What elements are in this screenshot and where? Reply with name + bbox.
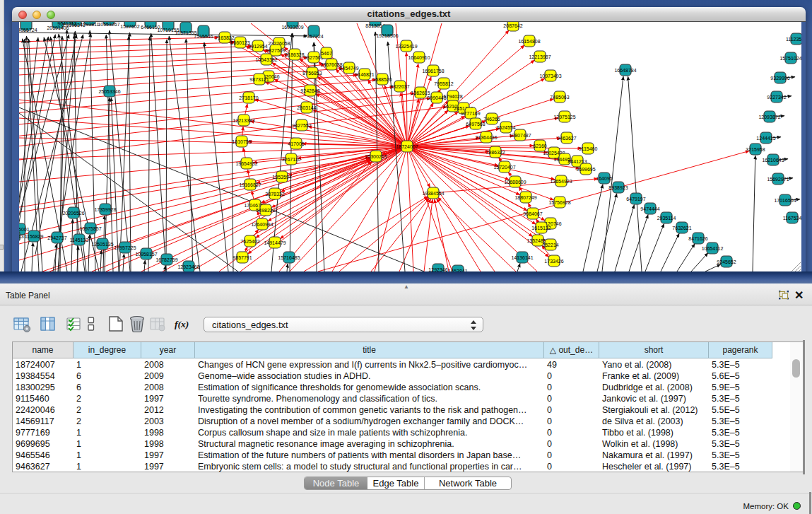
svg-text:10975857: 10975857: [79, 226, 101, 231]
svg-text:62160: 62160: [533, 144, 547, 148]
svg-text:7485063: 7485063: [550, 95, 569, 100]
svg-text:7632621: 7632621: [672, 226, 691, 230]
svg-text:9245652: 9245652: [717, 259, 736, 264]
svg-text:2942737: 2942737: [47, 235, 66, 240]
svg-text:1393811: 1393811: [81, 22, 100, 27]
svg-text:12975125: 12975125: [553, 115, 575, 119]
svg-text:746266: 746266: [483, 117, 500, 122]
svg-text:15751024: 15751024: [779, 56, 801, 61]
svg-text:12505135: 12505135: [91, 242, 113, 247]
svg-text:9427552: 9427552: [292, 123, 311, 128]
svg-text:252214: 252214: [542, 243, 558, 247]
svg-text:16648784: 16648784: [614, 68, 636, 73]
svg-text:10688609: 10688609: [504, 180, 526, 185]
svg-text:9329996: 9329996: [770, 76, 789, 81]
svg-text:9115460: 9115460: [579, 146, 598, 151]
svg-text:12640994: 12640994: [251, 222, 273, 227]
svg-text:3878332: 3878332: [265, 192, 284, 197]
svg-text:17016504: 17016504: [774, 198, 796, 203]
svg-text:13325419: 13325419: [395, 44, 417, 49]
svg-text:8938923: 8938923: [608, 185, 628, 190]
svg-text:2718170: 2718170: [239, 95, 258, 100]
svg-text:2803144: 2803144: [297, 105, 316, 110]
svg-text:14914479: 14914479: [264, 240, 286, 245]
svg-text:25053346: 25053346: [98, 89, 120, 94]
svg-text:9474444: 9474444: [640, 206, 659, 211]
svg-text:10807487: 10807487: [509, 133, 531, 138]
svg-text:12923468: 12923468: [177, 264, 199, 269]
svg-text:8186328: 8186328: [285, 52, 304, 57]
svg-text:9827509: 9827509: [266, 48, 285, 53]
svg-text:3912954: 3912954: [248, 44, 267, 49]
svg-text:5467: 5467: [321, 51, 332, 56]
svg-text:21364436: 21364436: [475, 135, 497, 140]
svg-text:16210643: 16210643: [762, 158, 784, 163]
svg-text:9146821: 9146821: [355, 72, 374, 77]
svg-text:9242848: 9242848: [300, 88, 319, 93]
svg-text:15720407: 15720407: [493, 165, 515, 170]
svg-text:6479197: 6479197: [626, 197, 645, 201]
svg-text:9857791: 9857791: [233, 255, 252, 260]
svg-text:2935114: 2935114: [657, 216, 676, 221]
svg-text:1615132: 1615132: [531, 226, 551, 230]
svg-text:10973493: 10973493: [539, 74, 561, 78]
svg-text:3267110: 3267110: [282, 157, 301, 162]
svg-text:1362615: 1362615: [411, 90, 430, 95]
svg-text:12213383: 12213383: [233, 118, 254, 123]
svg-text:11123544: 11123544: [786, 37, 801, 42]
svg-text:3915343: 3915343: [19, 234, 24, 239]
svg-text:1353594: 1353594: [272, 175, 291, 180]
svg-text:3624554: 3624554: [496, 125, 515, 130]
svg-text:14136141: 14136141: [511, 255, 533, 260]
svg-text:6497568: 6497568: [466, 122, 485, 127]
svg-text:10654112: 10654112: [702, 246, 724, 251]
svg-text:9463627: 9463627: [557, 136, 576, 141]
svg-text:13654923: 13654923: [550, 179, 572, 184]
svg-text:15756928: 15756928: [548, 200, 570, 205]
svg-text:1145133: 1145133: [70, 238, 89, 243]
svg-text:20206526: 20206526: [62, 211, 84, 216]
svg-text:1244415: 1244415: [756, 136, 775, 141]
svg-text:17359928: 17359928: [94, 207, 116, 212]
svg-text:9641213: 9641213: [57, 22, 76, 26]
svg-text:1156829: 1156829: [25, 234, 44, 239]
svg-text:17957225: 17957225: [114, 245, 136, 250]
svg-text:1527602: 1527602: [120, 24, 139, 29]
svg-text:8660123: 8660123: [230, 40, 249, 45]
svg-text:9227342: 9227342: [767, 95, 786, 100]
svg-text:8322037: 8322037: [390, 84, 409, 89]
svg-text:19166827: 19166827: [239, 182, 261, 187]
svg-text:18724007: 18724007: [396, 144, 418, 149]
svg-text:10958157: 10958157: [135, 252, 157, 257]
svg-text:16154808: 16154808: [518, 39, 540, 44]
svg-text:15692971: 15692971: [767, 177, 789, 182]
svg-text:1167534: 1167534: [783, 216, 801, 221]
svg-text:19218506: 19218506: [376, 33, 398, 38]
svg-text:15716485: 15716485: [278, 255, 300, 260]
svg-text:16640910: 16640910: [408, 55, 430, 60]
svg-text:164095: 164095: [596, 176, 612, 181]
svg-text:14055724: 14055724: [19, 28, 37, 33]
svg-text:1733426: 1733426: [544, 259, 563, 264]
svg-text:7625402: 7625402: [240, 239, 259, 244]
svg-text:12213987: 12213987: [529, 54, 551, 59]
svg-text:8756853: 8756853: [302, 71, 322, 76]
svg-text:7357224: 7357224: [304, 34, 323, 39]
svg-text:8471626: 8471626: [688, 236, 707, 241]
svg-text:7986322: 7986322: [486, 150, 505, 155]
svg-text:5498222: 5498222: [256, 208, 275, 213]
svg-text:7955812: 7955812: [434, 81, 453, 86]
svg-text:9084067: 9084067: [523, 211, 542, 216]
svg-text:3215958: 3215958: [746, 147, 765, 152]
svg-text:7515546: 7515546: [194, 34, 213, 39]
svg-text:2087642: 2087642: [503, 23, 522, 28]
svg-text:4535001: 4535001: [19, 227, 30, 232]
svg-text:10543382: 10543382: [255, 57, 277, 62]
svg-text:9699695: 9699695: [576, 167, 595, 172]
svg-text:f(x): f(x): [175, 319, 189, 329]
svg-text:16961758: 16961758: [422, 69, 444, 74]
svg-text:16782759: 16782759: [155, 257, 177, 262]
svg-text:19384554: 19384554: [422, 191, 444, 196]
svg-text:19654932: 19654932: [235, 161, 257, 166]
svg-text:417006: 417006: [288, 141, 304, 146]
